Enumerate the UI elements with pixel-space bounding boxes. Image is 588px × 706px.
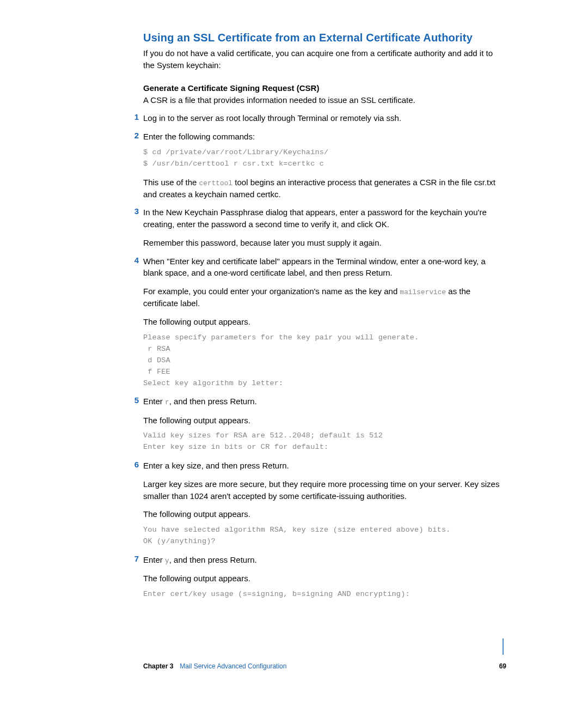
text-run: Enter	[143, 397, 165, 406]
step-1: 1 Log in to the server as root locally t…	[143, 112, 501, 124]
step-paragraph: Larger key sizes are more secure, but th…	[143, 478, 501, 502]
step-text: In the New Keychain Passphrase dialog th…	[143, 206, 501, 230]
text-run: Enter	[143, 555, 165, 564]
step-paragraph: The following output appears.	[143, 316, 501, 328]
code-block: Please specify parameters for the key pa…	[143, 332, 501, 389]
step-number: 4	[128, 255, 139, 265]
step-text: Enter the following commands:	[143, 131, 501, 143]
subsection-heading: Generate a Certificate Signing Request (…	[143, 83, 501, 93]
step-text: Enter r, and then press Return.	[143, 395, 501, 407]
code-block: You have selected algorithm RSA, key siz…	[143, 525, 501, 547]
step-text: When "Enter key and certificate label" a…	[143, 255, 501, 279]
step-list: 1 Log in to the server as root locally t…	[143, 112, 501, 600]
step-7: 7 Enter y, and then press Return. The fo…	[143, 554, 501, 600]
footer-rule	[503, 638, 504, 655]
step-text: Enter y, and then press Return.	[143, 554, 501, 566]
chapter-title: Mail Service Advanced Configuration	[180, 662, 286, 670]
step-paragraph: The following output appears.	[143, 573, 501, 585]
code-block: $ cd /private/var/root/Library/Keychains…	[143, 147, 501, 170]
step-4: 4 When "Enter key and certificate label"…	[143, 255, 501, 389]
step-paragraph: The following output appears.	[143, 508, 501, 520]
chapter-label: Chapter 3	[143, 662, 173, 670]
code-block: Enter cert/key usage (s=signing, b=signi…	[143, 589, 501, 600]
step-text: Log in to the server as root locally thr…	[143, 112, 501, 124]
text-run: , and then press Return.	[169, 397, 257, 406]
step-3: 3 In the New Keychain Passphrase dialog …	[143, 206, 501, 248]
step-number: 5	[128, 395, 139, 405]
section-intro: If you do not have a valid certificate, …	[143, 47, 501, 71]
footer-left: Chapter 3 Mail Service Advanced Configur…	[143, 662, 286, 670]
page-footer: Chapter 3 Mail Service Advanced Configur…	[143, 662, 506, 670]
inline-code: r	[165, 399, 169, 406]
inline-code: certtool	[199, 180, 233, 187]
step-2: 2 Enter the following commands: $ cd /pr…	[143, 131, 501, 200]
step-5: 5 Enter r, and then press Return. The fo…	[143, 395, 501, 453]
page-number: 69	[499, 662, 506, 670]
subsection-description: A CSR is a file that provides informatio…	[143, 94, 501, 106]
step-number: 7	[128, 554, 139, 563]
step-paragraph: For example, you could enter your organi…	[143, 285, 501, 309]
step-paragraph: The following output appears.	[143, 415, 501, 427]
code-block: Valid key sizes for RSA are 512..2048; d…	[143, 430, 501, 453]
text-run: , and then press Return.	[169, 555, 257, 564]
text-run: For example, you could enter your organi…	[143, 287, 400, 296]
step-text: Enter a key size, and then press Return.	[143, 460, 501, 472]
inline-code: mailservice	[400, 289, 446, 296]
step-number: 1	[128, 112, 139, 121]
step-number: 3	[128, 206, 139, 216]
inline-code: y	[165, 557, 169, 565]
page-content: Using an SSL Certificate from an Externa…	[0, 0, 588, 706]
step-number: 6	[128, 460, 139, 469]
step-paragraph: Remember this password, because later yo…	[143, 237, 501, 249]
step-6: 6 Enter a key size, and then press Retur…	[143, 460, 501, 547]
step-number: 2	[128, 131, 139, 140]
step-paragraph: This use of the certtool tool begins an …	[143, 176, 501, 200]
text-run: This use of the	[143, 178, 199, 187]
section-heading: Using an SSL Certificate from an Externa…	[143, 32, 501, 44]
